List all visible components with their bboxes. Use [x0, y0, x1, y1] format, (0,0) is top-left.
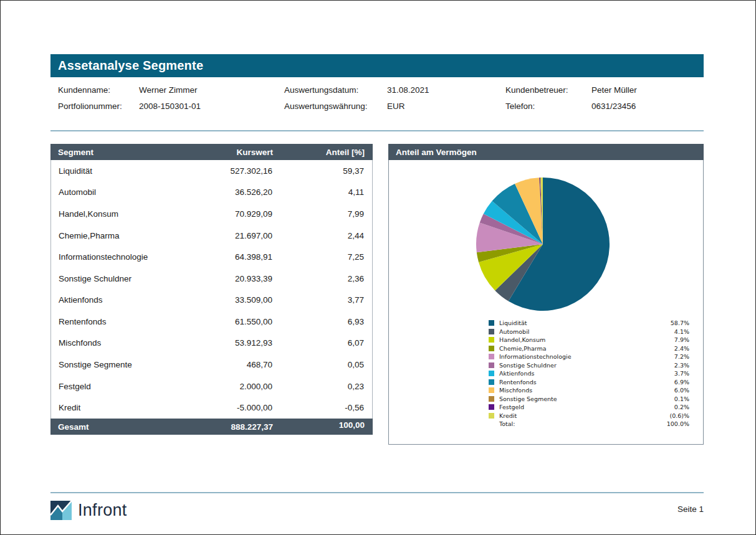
table-cell: 6,07 — [272, 338, 372, 348]
table-cell: Rentenfonds — [51, 317, 160, 326]
legend-row: Handel,Konsum7.9% — [489, 336, 689, 344]
legend-row: Chemie,Pharma2.4% — [489, 344, 689, 353]
total-label: Gesamt — [50, 422, 161, 432]
table-cell: Festgeld — [51, 382, 160, 391]
table-cell: Mischfonds — [51, 338, 160, 348]
portfolio-number-label: Portfolionummer: — [58, 102, 122, 111]
table-cell: 70.929,09 — [160, 209, 272, 219]
table-cell: 0,23 — [272, 382, 372, 391]
table-row: Sonstige Segmente468,700,05 — [51, 354, 372, 376]
table-cell: 33.509,00 — [160, 295, 272, 305]
table-cell: Chemie,Pharma — [51, 231, 160, 240]
table-cell: Aktienfonds — [51, 295, 160, 305]
table-row: Mischfonds53.912,936,07 — [51, 333, 372, 354]
table-cell: 2.000,00 — [160, 382, 272, 391]
brand-name: Infront — [78, 501, 127, 520]
legend-swatch — [489, 337, 494, 343]
col-header-segment: Segment — [50, 148, 161, 157]
table-cell: 7,25 — [272, 252, 372, 262]
table-cell: 61.550,00 — [160, 317, 272, 326]
table-cell: Sonstige Segmente — [51, 360, 160, 369]
table-cell: Informationstechnologie — [51, 252, 160, 262]
table-cell: 64.398,91 — [160, 252, 272, 262]
col-header-kurswert: Kurswert — [161, 148, 273, 157]
segments-table-total-row: Gesamt 888.227,37 100,00 — [50, 419, 373, 435]
table-cell: Liquidität — [51, 166, 160, 176]
legend-label: Mischfonds — [499, 387, 652, 394]
legend-label: Festgeld — [499, 404, 652, 410]
legend-percent: 0.2% — [652, 404, 689, 410]
table-cell: -5.000,00 — [160, 403, 272, 412]
advisor-value: Peter Müller — [591, 85, 637, 95]
legend-swatch — [489, 396, 494, 402]
legend-row: Kredit(0.6)% — [489, 412, 689, 420]
legend-swatch — [489, 346, 494, 351]
legend-swatch — [489, 329, 494, 334]
legend-swatch — [489, 387, 494, 393]
legend-row: Aktienfonds3.7% — [489, 369, 689, 378]
table-row: Aktienfonds33.509,003,77 — [51, 289, 372, 311]
legend-label: Informationstechnologie — [499, 353, 652, 360]
table-cell: 36.526,20 — [160, 187, 272, 197]
table-cell: 527.302,16 — [160, 166, 272, 176]
legend-row: Automobil4.1% — [489, 328, 689, 336]
legend-percent: 58.7% — [652, 320, 689, 326]
legend-row: Rentenfonds6.9% — [489, 378, 689, 387]
table-cell: Automobil — [51, 187, 160, 197]
segments-table-body: Liquidität527.302,1659,37Automobil36.526… — [50, 160, 373, 419]
total-anteil: 100,00 — [273, 420, 373, 430]
info-row-1: Kundenname: Werner Zimmer Auswertungsdat… — [50, 85, 704, 98]
table-cell: Kredit — [51, 403, 160, 412]
legend-percent: 7.2% — [652, 353, 689, 360]
legend-swatch — [489, 354, 494, 359]
total-kurswert: 888.227,37 — [161, 422, 273, 432]
legend-label: Sonstige Segmente — [499, 395, 652, 402]
legend-percent: 0.1% — [652, 395, 689, 402]
legend-label: Chemie,Pharma — [499, 345, 652, 352]
legend-row: Festgeld0.2% — [489, 403, 689, 412]
legend-total-row: Total:100.0% — [489, 420, 689, 428]
page-title: Assetanalyse Segmente — [50, 54, 704, 77]
table-cell: 21.697,00 — [160, 231, 272, 240]
legend-percent: 2.4% — [652, 345, 689, 352]
legend-swatch — [489, 320, 494, 326]
legend-label: Handel,Konsum — [499, 336, 652, 343]
table-cell: 20.933,39 — [160, 274, 272, 283]
table-cell: 59,37 — [272, 166, 372, 176]
table-row: Rentenfonds61.550,006,93 — [51, 311, 372, 333]
legend-label: Rentenfonds — [499, 379, 652, 386]
infront-logo-icon — [50, 501, 72, 520]
chart-panel: Liquidität58.7%Automobil4.1%Handel,Konsu… — [388, 160, 704, 445]
valuation-date-label: Auswertungsdatum: — [284, 85, 358, 95]
legend-row: Liquidität58.7% — [489, 319, 689, 328]
table-cell: 4,11 — [272, 187, 372, 197]
legend-swatch — [489, 413, 494, 419]
col-header-anteil: Anteil [%] — [273, 148, 373, 157]
legend-percent: 7.9% — [652, 336, 689, 343]
table-row: Informationstechnologie64.398,917,25 — [51, 246, 372, 268]
legend-percent: 2.3% — [652, 362, 689, 369]
legend-label: Total: — [499, 420, 652, 427]
table-cell: 6,93 — [272, 317, 372, 326]
legend-swatch — [489, 379, 494, 385]
legend-percent: 6.0% — [652, 387, 689, 394]
legend-label: Kredit — [499, 412, 652, 419]
table-cell: 468,70 — [160, 360, 272, 369]
table-row: Sonstige Schuldner20.933,392,36 — [51, 268, 372, 290]
legend-label: Aktienfonds — [499, 370, 652, 377]
legend-percent: 3.7% — [652, 370, 689, 377]
table-cell: Sonstige Schuldner — [51, 274, 160, 283]
table-cell: 53.912,93 — [160, 338, 272, 348]
legend-row: Sonstige Schuldner2.3% — [489, 361, 689, 370]
chart-panel-title: Anteil am Vermögen — [388, 144, 704, 160]
legend-percent: 4.1% — [652, 328, 689, 335]
legend-percent: 100.0% — [652, 420, 689, 427]
phone-value: 0631/23456 — [591, 102, 636, 111]
valuation-currency-value: EUR — [387, 102, 405, 111]
table-cell: 7,99 — [272, 209, 372, 219]
table-cell: 2,36 — [272, 274, 372, 283]
footer-divider — [50, 492, 704, 493]
table-cell: -0,56 — [272, 403, 372, 412]
phone-label: Telefon: — [505, 102, 535, 111]
info-row-2: Portfolionummer: 2008-150301-01 Auswertu… — [50, 102, 704, 114]
